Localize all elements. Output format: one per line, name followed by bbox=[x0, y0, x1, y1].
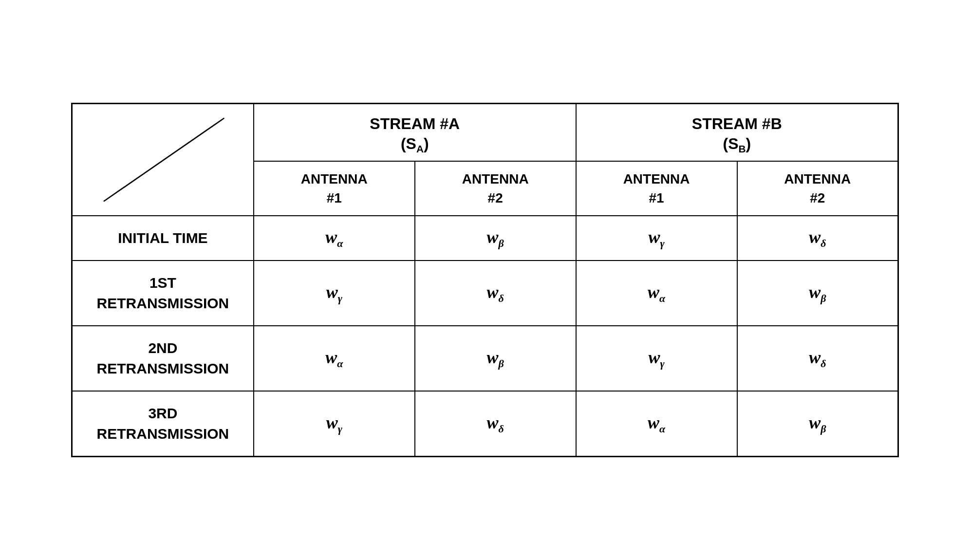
row-label-2nd: 2NDRETRANSMISSION bbox=[72, 326, 254, 391]
table-row: 3RDRETRANSMISSION wγ wδ wα wβ bbox=[72, 391, 898, 457]
stream-b-antenna1-header: ANTENNA#1 bbox=[576, 161, 737, 216]
cell-a1-2nd: wα bbox=[254, 326, 415, 391]
cell-b2-3rd: wβ bbox=[737, 391, 898, 457]
table-row: 2NDRETRANSMISSION wα wβ wγ wδ bbox=[72, 326, 898, 391]
table-row: INITIAL TIME wα wβ wγ wδ bbox=[72, 216, 898, 261]
cell-a2-initial: wβ bbox=[415, 216, 576, 261]
corner-cell bbox=[72, 103, 254, 216]
stream-b-antenna2-header: ANTENNA#2 bbox=[737, 161, 898, 216]
row-label-3rd: 3RDRETRANSMISSION bbox=[72, 391, 254, 457]
cell-a1-initial: wα bbox=[254, 216, 415, 261]
cell-b2-initial: wδ bbox=[737, 216, 898, 261]
cell-b1-initial: wγ bbox=[576, 216, 737, 261]
table-row: 1STRETRANSMISSION wγ wδ wα wβ bbox=[72, 261, 898, 326]
cell-a2-3rd: wδ bbox=[415, 391, 576, 457]
main-table-container: STREAM #A(SA) STREAM #B(SB) ANTENNA#1 AN… bbox=[71, 103, 899, 457]
stream-a-antenna2-header: ANTENNA#2 bbox=[415, 161, 576, 216]
row-label-initial: INITIAL TIME bbox=[72, 216, 254, 261]
cell-a1-1st: wγ bbox=[254, 261, 415, 326]
stream-a-antenna1-header: ANTENNA#1 bbox=[254, 161, 415, 216]
cell-b1-3rd: wα bbox=[576, 391, 737, 457]
cell-b1-2nd: wγ bbox=[576, 326, 737, 391]
cell-b1-1st: wα bbox=[576, 261, 737, 326]
cell-a1-3rd: wγ bbox=[254, 391, 415, 457]
cell-a2-2nd: wβ bbox=[415, 326, 576, 391]
cell-a2-1st: wδ bbox=[415, 261, 576, 326]
stream-header-row: STREAM #A(SA) STREAM #B(SB) bbox=[72, 103, 898, 161]
transmission-table: STREAM #A(SA) STREAM #B(SB) ANTENNA#1 AN… bbox=[71, 103, 899, 457]
stream-b-header: STREAM #B(SB) bbox=[576, 103, 898, 161]
cell-b2-1st: wβ bbox=[737, 261, 898, 326]
row-label-1st: 1STRETRANSMISSION bbox=[72, 261, 254, 326]
stream-a-header: STREAM #A(SA) bbox=[254, 103, 576, 161]
cell-b2-2nd: wδ bbox=[737, 326, 898, 391]
svg-line-0 bbox=[104, 118, 224, 201]
